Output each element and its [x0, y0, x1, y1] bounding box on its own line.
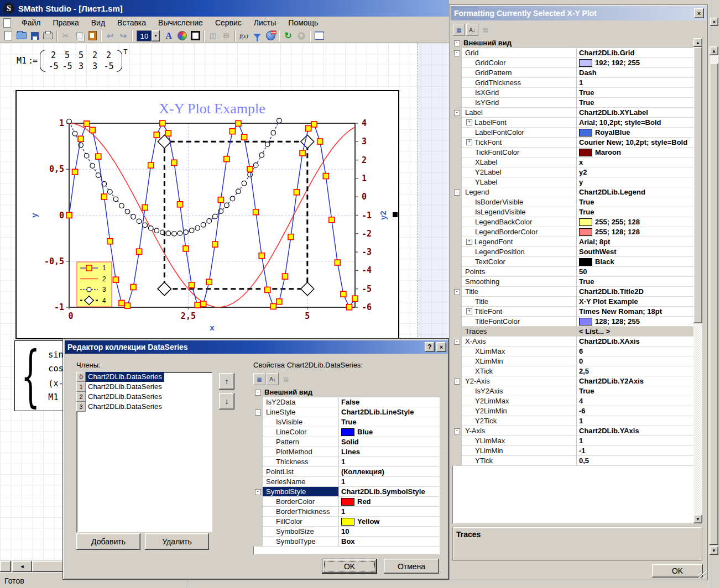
toolbar-button[interactable] [73, 30, 85, 42]
add-button[interactable]: Добавить [76, 533, 140, 550]
toolbar-button[interactable] [2, 30, 14, 42]
property-value[interactable]: Solid [339, 437, 440, 447]
property-row[interactable]: TitleFontColor128; 128; 255 [452, 317, 693, 327]
property-value[interactable]: (Коллекция) [339, 467, 440, 477]
dataseries-item[interactable]: 2Chart2DLib.DataSeries [76, 392, 212, 402]
property-row[interactable]: Y2LimMax4 [452, 396, 693, 406]
property-row[interactable]: PlotMethodLines [253, 447, 440, 457]
property-row[interactable]: FillColorYellow [253, 517, 440, 527]
property-value[interactable]: True [577, 98, 693, 108]
grid-scroll-track[interactable] [693, 323, 702, 514]
property-value[interactable]: Chart2DLib.Y2Axis [577, 376, 693, 386]
property-value[interactable]: Chart2DLib.Grid [577, 48, 693, 58]
ok-button[interactable]: OK [322, 559, 377, 574]
property-row[interactable]: IsYGridTrue [452, 98, 693, 108]
toolbar-button[interactable]: × [295, 30, 307, 42]
property-row[interactable]: Y2LimMin-6 [452, 406, 693, 416]
grid-scroll-up-icon[interactable]: ▲ [693, 38, 702, 47]
toolbar-button[interactable]: ↩ [104, 30, 116, 42]
combo-dropdown-icon[interactable]: ▾ [152, 30, 160, 41]
property-row[interactable]: -LegendChart2DLib.Legend [452, 187, 693, 197]
property-value[interactable]: Lines [339, 447, 440, 457]
dataseries-listbox[interactable]: 0Chart2DLib.DataSeries1Chart2DLib.DataSe… [76, 372, 212, 532]
property-value[interactable]: X-Y Plot Example [577, 297, 693, 307]
property-name[interactable]: Title [462, 297, 577, 307]
strip-scroll-down-icon[interactable]: ▼ [709, 546, 718, 555]
property-name[interactable]: +LabelFont [462, 118, 577, 128]
property-row[interactable]: YLimMin-1 [452, 446, 693, 456]
property-row[interactable]: Traces< List... > [452, 327, 693, 337]
property-value[interactable]: Arial; 10,2pt; style=Bold [577, 118, 693, 128]
expand-collapse-icon[interactable]: - [454, 40, 460, 46]
property-row[interactable]: IsLegendVisibleTrue [452, 207, 693, 217]
matrix-expression[interactable]: M1 := 25522-5-533-5 T [17, 50, 127, 72]
property-row[interactable]: GridColor192; 192; 255 [452, 58, 693, 68]
property-value[interactable]: Chart2DLib.LineStyle [339, 407, 440, 417]
property-name[interactable]: Pattern [263, 437, 339, 447]
property-value[interactable]: Dash [577, 68, 693, 78]
property-row[interactable]: -Y2-AxisChart2DLib.Y2Axis [452, 376, 693, 386]
categorized-icon[interactable]: ▦ [453, 24, 465, 36]
property-row[interactable]: IsY2DataFalse [253, 397, 440, 407]
property-value[interactable]: Arial; 8pt [577, 237, 693, 247]
property-row[interactable]: LegendBackColor255; 255; 128 [452, 217, 693, 227]
plot-format-property-grid[interactable]: -Внешний вид-GridChart2DLib.GridGridColo… [452, 38, 702, 523]
property-name[interactable]: PointList [263, 467, 339, 477]
move-up-button[interactable]: ↑ [219, 373, 234, 390]
property-row[interactable]: XLimMin0 [452, 356, 693, 366]
property-row[interactable]: XLabelx [452, 158, 693, 167]
property-value[interactable]: 2,5 [577, 366, 693, 376]
property-row[interactable]: -Внешний вид [253, 387, 440, 397]
property-value[interactable]: < List... > [577, 327, 693, 337]
property-row[interactable]: SmoothingTrue [452, 277, 693, 287]
property-name[interactable]: XLimMax [462, 347, 577, 356]
expand-collapse-icon[interactable]: - [454, 339, 460, 345]
property-name[interactable]: IsY2Axis [462, 386, 577, 396]
menu-item[interactable]: Помощь [282, 17, 324, 28]
property-row[interactable]: +LabelFontArial; 10,2pt; style=Bold [452, 118, 693, 128]
property-row[interactable]: XTick2,5 [452, 366, 693, 376]
property-name[interactable]: SymbolStyle [263, 487, 339, 497]
property-name[interactable]: YLabel [462, 177, 577, 187]
property-value[interactable]: Courier New; 10,2pt; style=Bold [577, 138, 693, 148]
property-name[interactable]: X-Axis [462, 337, 577, 347]
property-value[interactable]: True [577, 207, 693, 217]
property-value[interactable]: 50 [577, 267, 693, 277]
property-value[interactable]: 1 [577, 78, 693, 88]
property-value[interactable]: 6 [577, 347, 693, 356]
property-name[interactable]: YLimMin [462, 446, 577, 456]
property-value[interactable]: Blue [339, 427, 440, 437]
font-size-combo[interactable]: 10▾ [137, 30, 160, 41]
menu-item[interactable]: Вставка [111, 17, 152, 28]
property-value[interactable]: Black [577, 257, 693, 267]
property-row[interactable]: SymbolTypeBox [253, 537, 440, 547]
toolbar-button[interactable] [176, 30, 188, 42]
toolbar-button[interactable]: f(x) [238, 30, 250, 42]
toolbar-button[interactable] [189, 30, 201, 42]
expand-expand-icon[interactable]: + [466, 139, 472, 145]
property-row[interactable]: LegendBorderColor255; 128; 128 [452, 227, 693, 237]
property-row[interactable]: XLimMax6 [452, 347, 693, 356]
grid-scrollbar[interactable]: ▲ ▼ [693, 38, 702, 523]
property-row[interactable]: GridThickness1 [452, 78, 693, 88]
property-row[interactable]: LabelFontColorRoyalBlue [452, 128, 693, 138]
property-value[interactable]: Chart2DLib.SymbolStyle [339, 487, 440, 497]
property-row[interactable]: GridPatternDash [452, 68, 693, 78]
property-name[interactable]: LegendPosition [462, 247, 577, 257]
property-value[interactable]: True [577, 277, 693, 287]
expand-collapse-icon[interactable]: - [255, 489, 261, 495]
toolbar-button[interactable]: ◫ [207, 30, 219, 42]
property-row[interactable]: Thickness1 [253, 457, 440, 467]
property-row[interactable]: PatternSolid [253, 437, 440, 447]
property-name[interactable]: FillColor [263, 517, 339, 527]
toolbar-button[interactable]: ⊟ [220, 30, 232, 42]
property-row[interactable]: TextColorBlack [452, 257, 693, 267]
property-row[interactable]: -X-AxisChart2DLib.XAxis [452, 337, 693, 347]
property-row[interactable]: +TitleFontTimes New Roman; 18pt [452, 307, 693, 317]
property-name[interactable]: Title [462, 287, 577, 297]
property-row[interactable]: BorderThickness1 [253, 507, 440, 517]
property-value[interactable]: 1 [339, 477, 440, 487]
plot-format-panel[interactable]: Formatting Currently Selected X-Y Plot ×… [449, 4, 708, 580]
strip-scroll-thumb[interactable] [709, 63, 718, 545]
property-row[interactable]: LineColorBlue [253, 427, 440, 437]
